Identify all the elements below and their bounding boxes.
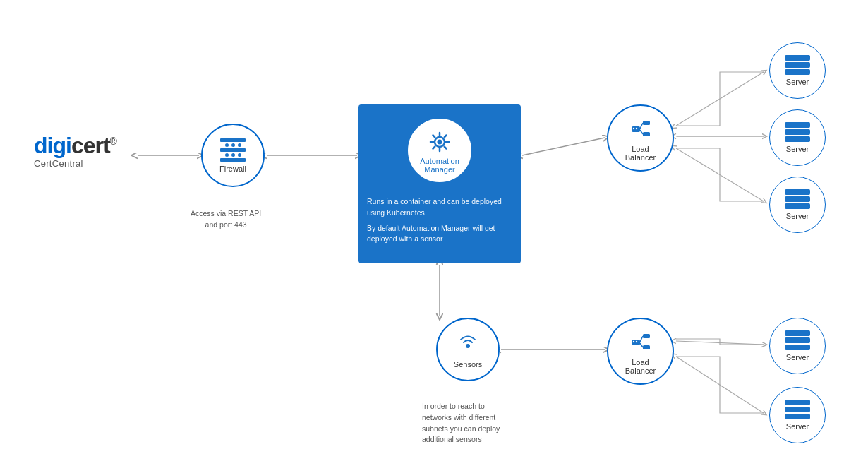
sensor-description: In order to reach tonetworks with differ…	[422, 401, 500, 446]
access-text: Access via REST APIand port 443	[191, 208, 261, 231]
svg-rect-28	[643, 334, 650, 338]
svg-rect-22	[643, 132, 650, 136]
automation-circle-label: AutomationManager	[420, 157, 459, 174]
sensors-icon	[454, 330, 481, 357]
svg-line-18	[433, 147, 435, 149]
svg-line-8	[676, 341, 764, 345]
server-label-1: Server	[786, 78, 809, 86]
lb-icon-bottom	[627, 328, 654, 355]
server-icon-3	[785, 189, 810, 209]
svg-point-19	[438, 140, 442, 145]
sensors-node: Sensors	[436, 318, 500, 381]
automation-manager-circle: AutomationManager	[408, 119, 471, 182]
server-node-3: Server	[769, 177, 826, 233]
server-icon-5	[785, 400, 810, 419]
server-icon-4	[785, 330, 810, 350]
load-balancer-bottom: LoadBalancer	[607, 318, 674, 385]
automation-manager-box: AutomationManager Runs in a container an…	[358, 104, 521, 263]
svg-line-16	[445, 147, 447, 149]
server-node-2: Server	[769, 109, 826, 166]
server-icon-1	[785, 55, 810, 75]
firewall-icon	[220, 138, 246, 162]
svg-line-15	[433, 136, 435, 138]
server-node-1: Server	[769, 42, 826, 99]
svg-line-2	[522, 138, 605, 155]
svg-line-31	[640, 343, 643, 347]
svg-rect-21	[643, 121, 650, 125]
svg-point-32	[632, 340, 634, 342]
svg-point-33	[635, 340, 637, 342]
svg-point-34	[466, 344, 470, 348]
svg-rect-27	[632, 340, 640, 345]
server-label-2: Server	[786, 145, 809, 153]
server-label-4: Server	[786, 353, 809, 362]
server-label-5: Server	[786, 422, 809, 431]
lb-icon-top	[627, 115, 654, 142]
svg-line-30	[640, 336, 643, 342]
svg-line-17	[445, 136, 447, 138]
load-balancer-top: LoadBalancer	[607, 104, 674, 172]
svg-rect-29	[643, 345, 650, 350]
server-icon-2	[785, 122, 810, 142]
svg-rect-20	[632, 126, 640, 132]
server-label-3: Server	[786, 212, 809, 220]
svg-line-3	[676, 72, 764, 126]
svg-point-26	[635, 127, 637, 129]
automation-box-text: Runs in a container and can be deployed …	[367, 196, 512, 249]
server-node-4: Server	[769, 318, 826, 374]
svg-line-5	[676, 148, 764, 201]
lb-bottom-label: LoadBalancer	[625, 358, 656, 375]
brand-name: digicert®	[34, 134, 116, 157]
svg-point-25	[632, 127, 634, 129]
svg-line-24	[640, 130, 643, 134]
product-name: CertCentral	[34, 158, 116, 169]
svg-line-23	[640, 123, 643, 129]
firewall-label: Firewall	[219, 165, 246, 173]
svg-line-9	[676, 357, 764, 413]
automation-desc1: Runs in a container and can be deployed …	[367, 196, 512, 219]
automation-desc2: By default Automation Manager will get d…	[367, 223, 512, 246]
lb-top-label: LoadBalancer	[625, 145, 656, 162]
firewall-node: Firewall	[201, 124, 265, 187]
gear-icon	[425, 127, 454, 157]
server-node-5: Server	[769, 387, 826, 443]
sensors-label: Sensors	[454, 360, 482, 369]
logo: digicert® CertCentral	[34, 134, 116, 169]
